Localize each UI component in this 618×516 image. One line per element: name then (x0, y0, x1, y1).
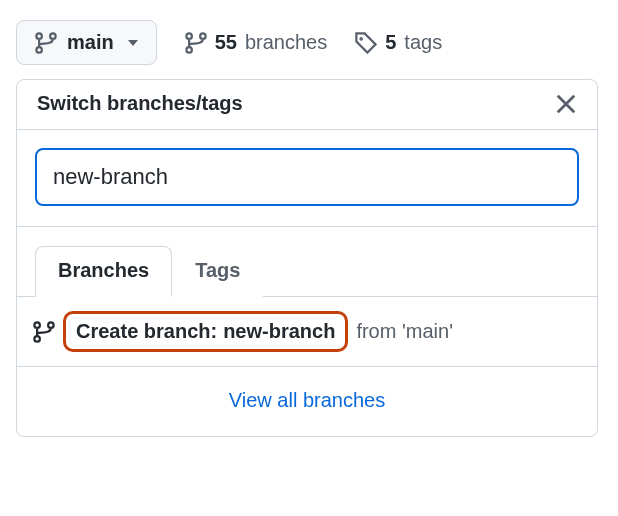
view-all-branches: View all branches (17, 367, 597, 436)
branch-search-input[interactable] (35, 148, 579, 206)
branches-count: 55 (215, 31, 237, 54)
branch-switcher-popup: Switch branches/tags Branches Tags Creat… (16, 79, 598, 437)
popup-tabs: Branches Tags (17, 227, 597, 297)
branch-icon (185, 32, 207, 54)
close-icon[interactable] (555, 93, 577, 115)
branches-label: branches (245, 31, 327, 54)
tab-branches[interactable]: Branches (35, 246, 172, 297)
popup-header: Switch branches/tags (17, 80, 597, 130)
create-branch-name: new-branch (223, 320, 335, 343)
popup-title: Switch branches/tags (37, 92, 243, 115)
branch-icon (35, 32, 57, 54)
create-branch-highlight: Create branch: new-branch (63, 311, 348, 352)
branches-count-link[interactable]: 55 branches (185, 31, 328, 54)
caret-down-icon (128, 40, 138, 46)
branch-search-wrap (17, 130, 597, 227)
tags-count: 5 (385, 31, 396, 54)
repo-toolbar: main 55 branches 5 tags (16, 20, 602, 65)
branch-icon (33, 321, 55, 343)
create-branch-item[interactable]: Create branch: new-branch from 'main' (17, 297, 597, 367)
view-all-branches-link[interactable]: View all branches (229, 389, 385, 411)
tags-count-link[interactable]: 5 tags (355, 31, 442, 54)
branch-select-button[interactable]: main (16, 20, 157, 65)
tags-label: tags (404, 31, 442, 54)
tag-icon (355, 32, 377, 54)
tab-tags[interactable]: Tags (172, 246, 263, 297)
current-branch-label: main (67, 31, 114, 54)
create-branch-from: from 'main' (356, 320, 453, 343)
create-branch-prefix: Create branch: (76, 320, 217, 343)
